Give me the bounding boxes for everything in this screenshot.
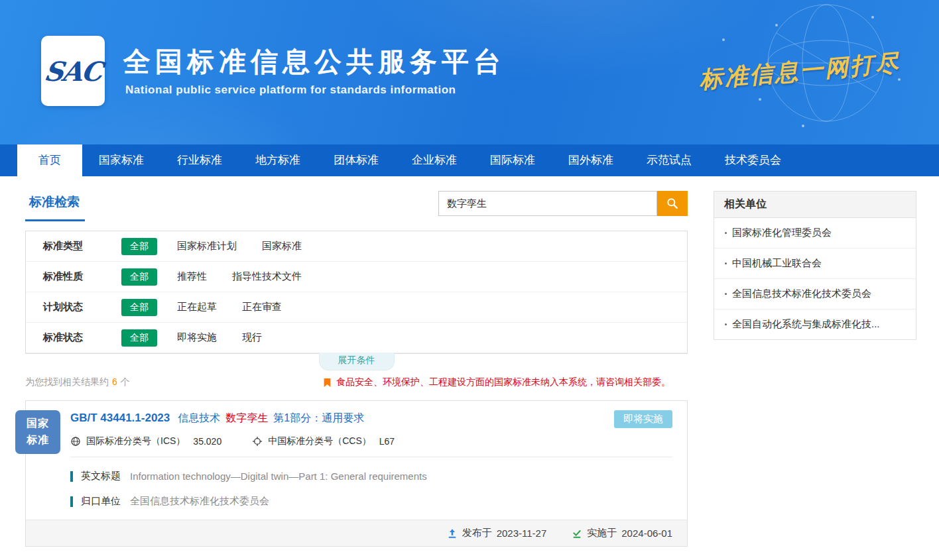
notice-text: 食品安全、环境保护、工程建设方面的国家标准未纳入本系统，请咨询相关部委。 [336, 376, 670, 388]
search-icon [666, 197, 679, 210]
related-unit-name: 中国机械工业联合会 [732, 257, 822, 270]
site-subtitle: National public service platform for sta… [125, 84, 456, 97]
accent-bar [70, 471, 73, 482]
implement-check-icon [572, 528, 582, 539]
ics-label: 国际标准分类号（ICS） [86, 435, 185, 447]
related-units-title: 相关单位 [714, 192, 916, 218]
system-notice: 食品安全、环境保护、工程建设方面的国家标准未纳入本系统，请咨询相关部委。 [323, 376, 670, 388]
filter-row-standard-type: 标准类型 全部 国家标准计划 国家标准 [26, 231, 687, 262]
nav-item-foreign-standards[interactable]: 国外标准 [552, 144, 630, 176]
nav-item-local-standards[interactable]: 地方标准 [239, 144, 317, 176]
title-segment: 第1部分：通用要求 [273, 412, 364, 423]
standard-code: GB/T 43441.1-2023 [70, 412, 170, 424]
results-count-number: 6 [112, 376, 117, 387]
card-footer: 发布于 2023-11-27 实施于 2024-06-01 [26, 520, 687, 546]
bullet-icon [725, 232, 727, 234]
ics-value: 35.020 [193, 436, 221, 447]
english-title-label: 英文标题 [81, 470, 121, 482]
implement-date-item: 实施于 2024-06-01 [572, 527, 672, 539]
title-highlight: 数字孪生 [225, 412, 268, 423]
publish-label: 发布于 [462, 527, 492, 539]
results-summary: 为您找到相关结果约6个 食品安全、环境保护、工程建设方面的国家标准未纳入本系统，… [25, 376, 688, 388]
bullet-icon [725, 262, 727, 264]
filter-all-button[interactable]: 全部 [121, 238, 157, 255]
nav-item-international-standards[interactable]: 国际标准 [473, 144, 552, 176]
search-row: 标准检索 [25, 191, 688, 221]
site-header: 标准信息一网打尽 SAC 全国标准信息公共服务平台 National publi… [0, 0, 939, 144]
dept-label: 归口单位 [81, 495, 121, 508]
dept-value: 全国信息技术标准化技术委员会 [130, 495, 269, 508]
flag-icon [323, 378, 332, 388]
title-segment: 信息技术 [178, 412, 220, 423]
accent-bar [70, 496, 73, 507]
ccs-value: L67 [379, 436, 395, 447]
filter-label: 标准性质 [43, 270, 121, 283]
filter-row-standard-status: 标准状态 全部 即将实施 现行 [26, 323, 687, 353]
related-unit-name: 国家标准化管理委员会 [732, 227, 832, 239]
bullet-icon [725, 293, 727, 295]
classification-row: 国际标准分类号（ICS） 35.020 中国标准分类号（CCS [70, 435, 672, 447]
implement-date: 2024-06-01 [621, 528, 672, 539]
related-unit-link[interactable]: 全国信息技术标准化技术委员会 [714, 279, 916, 309]
site-title: 全国标准信息公共服务平台 [123, 44, 505, 80]
filter-label: 标准类型 [43, 240, 121, 252]
sac-logo-text: SAC [42, 56, 103, 87]
filter-all-button[interactable]: 全部 [121, 329, 157, 347]
section-title-standard-search: 标准检索 [25, 191, 85, 221]
related-unit-link[interactable]: 国家标准化管理委员会 [714, 218, 916, 249]
expand-conditions-button[interactable]: 展开条件 [319, 353, 395, 370]
related-unit-name: 全国信息技术标准化技术委员会 [732, 288, 871, 300]
nav-item-technical-committees[interactable]: 技术委员会 [708, 144, 798, 176]
filter-option-upcoming[interactable]: 即将实施 [177, 331, 217, 344]
publish-upload-icon [447, 528, 458, 539]
related-unit-name: 全国自动化系统与集成标准化技... [732, 318, 880, 331]
nav-item-home[interactable]: 首页 [17, 144, 82, 176]
nav-item-enterprise-standards[interactable]: 企业标准 [395, 144, 473, 176]
filter-all-button[interactable]: 全部 [121, 299, 157, 316]
search-button[interactable] [657, 191, 688, 216]
ccs-label: 中国标准分类号（CCS） [268, 435, 371, 447]
globe-icon [70, 436, 81, 447]
filter-panel: 标准类型 全部 国家标准计划 国家标准 标准性质 全部 推荐性 指导性技术文件 … [25, 231, 688, 354]
dept-row: 归口单位 全国信息技术标准化技术委员会 [70, 495, 672, 508]
result-title-link[interactable]: GB/T 43441.1-2023信息技术数字孪生第1部分：通用要求 即将实施 [70, 412, 672, 425]
search-input[interactable] [438, 191, 657, 216]
nav-item-pilot-projects[interactable]: 示范试点 [630, 144, 708, 176]
filter-option-recommended[interactable]: 推荐性 [177, 270, 207, 283]
card-body: GB/T 43441.1-2023信息技术数字孪生第1部分：通用要求 即将实施 … [26, 401, 687, 508]
crosshair-icon [252, 436, 263, 447]
related-unit-link[interactable]: 全国自动化系统与集成标准化技... [714, 309, 916, 339]
nav-item-group-standards[interactable]: 团体标准 [317, 144, 395, 176]
related-unit-link[interactable]: 中国机械工业联合会 [714, 249, 916, 279]
bullet-icon [725, 323, 727, 325]
filter-option-national-standard-plan[interactable]: 国家标准计划 [177, 240, 237, 252]
filter-option-current[interactable]: 现行 [242, 331, 262, 344]
standard-type-badge: 国家标准 [15, 410, 60, 454]
filter-option-drafting[interactable]: 正在起草 [177, 301, 217, 313]
main-nav: 首页 国家标准 行业标准 地方标准 团体标准 企业标准 国际标准 国外标准 示范… [0, 144, 939, 176]
nav-item-national-standards[interactable]: 国家标准 [82, 144, 160, 176]
sac-logo[interactable]: SAC [41, 36, 105, 106]
ics-classification: 国际标准分类号（ICS） 35.020 [70, 435, 221, 447]
status-badge: 即将实施 [614, 410, 672, 428]
divider [70, 457, 672, 457]
related-units-panel: 相关单位 国家标准化管理委员会 中国机械工业联合会 全国信息技术标准化技术委员会… [714, 191, 916, 340]
filter-option-guiding-technical-document[interactable]: 指导性技术文件 [232, 270, 302, 283]
filter-row-standard-nature: 标准性质 全部 推荐性 指导性技术文件 [26, 262, 687, 292]
filter-all-button[interactable]: 全部 [121, 268, 157, 286]
results-count: 为您找到相关结果约6个 [25, 376, 130, 388]
filter-option-national-standard[interactable]: 国家标准 [262, 240, 302, 252]
implement-label: 实施于 [587, 527, 617, 539]
main-column: 标准检索 标准类型 全部 国家标准计划 国家 [25, 191, 688, 547]
filter-option-under-review[interactable]: 正在审查 [242, 301, 282, 313]
english-title-value: Information technology—Digital twin—Part… [130, 471, 427, 482]
filter-label: 标准状态 [43, 331, 121, 344]
results-count-suffix: 个 [121, 376, 130, 387]
nav-item-industry-standards[interactable]: 行业标准 [160, 144, 239, 176]
ccs-classification: 中国标准分类号（CCS） L67 [252, 435, 395, 447]
search-box [438, 191, 688, 216]
results-count-prefix: 为您找到相关结果约 [25, 376, 109, 387]
content-area: 标准检索 标准类型 全部 国家标准计划 国家 [0, 176, 939, 547]
filter-row-plan-status: 计划状态 全部 正在起草 正在审查 [26, 292, 687, 323]
publish-date-item: 发布于 2023-11-27 [447, 527, 547, 539]
